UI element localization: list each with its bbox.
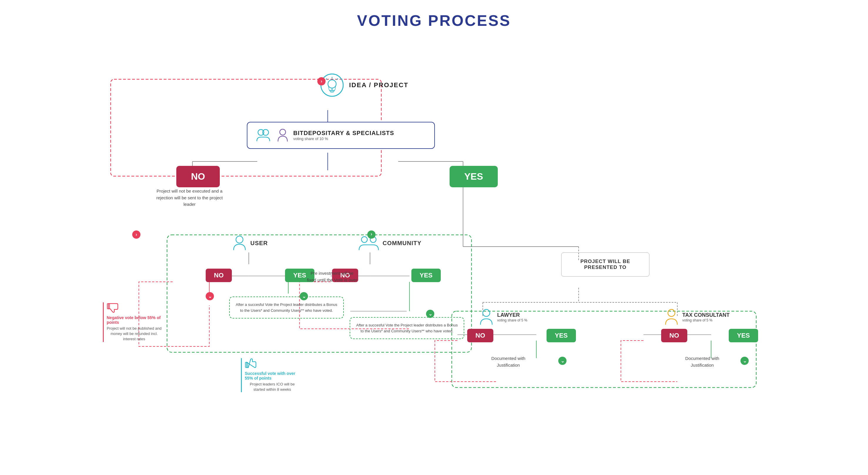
right-arrow-pink: › [317,77,326,86]
no-button-large[interactable]: NO [176,166,220,187]
documented-text-2: Documented with Justification [676,355,729,368]
svg-point-32 [328,80,336,88]
down-arrow-green-1: ⌄ [300,292,308,300]
lawyer-subtitle: voting share of 5 % [497,318,527,323]
bitdepositary-subtitle: voting share of 10 % [293,137,394,141]
svg-line-37 [326,78,328,80]
bitdepositary-icon [254,127,272,144]
svg-point-41 [280,129,286,135]
down-arrow-pink-2: ⌄ [206,292,214,300]
svg-point-49 [668,309,675,316]
lawyer-no-button[interactable]: NO [467,329,493,342]
yes-button-large[interactable]: YES [450,166,498,187]
page-container: VOTING PROCESS [0,0,868,475]
lawyer-node: LAWYER voting share of 5 % [479,308,527,326]
neg-vote-block: Negative vote below 55% of points Projec… [103,302,162,342]
user-icon [232,235,247,251]
connector-lines [18,47,850,470]
down-arrow-green-3: ⌄ [558,357,566,365]
svg-point-43 [362,237,367,242]
pre-investment-text: Pre investment will be fixed until the V… [306,270,359,283]
down-arrow-green-2: ⌄ [426,310,434,318]
lawyer-yes-button[interactable]: YES [547,329,576,342]
user-no-button[interactable]: NO [206,269,232,282]
tax-yes-button[interactable]: YES [729,329,758,342]
community-label: COMMUNITY [382,240,422,247]
lawyer-label: LAWYER [497,312,527,318]
tax-consultant-subtitle: voting share of 5 % [682,318,730,323]
user-label: USER [250,240,268,247]
community-node: COMMUNITY [359,235,422,251]
back-arrow-green: ‹ [367,231,375,239]
pos-vote-title: Successful vote with over 55% of points [245,371,300,380]
user-node: USER [232,235,268,251]
lawyer-icon [479,308,494,326]
tax-consultant-icon [664,308,679,326]
pos-vote-block: Successful vote with over 55% of points … [241,358,300,392]
thumbsup-icon [245,358,256,369]
documented-text-1: Documented with Justification [482,355,535,368]
community-yes-button[interactable]: YES [411,269,441,282]
idea-icon [320,73,344,97]
diagram-area: IDEA / PROJECT BITDEPOSITARY & SPECIALIS… [18,47,850,470]
bonus-box-1: After a succesful Vote the Project leade… [229,297,344,318]
down-arrow-green-4: ⌄ [741,357,749,365]
project-presented-box: PROJECT WILL BE PRESENTED TO [561,252,649,276]
idea-project-node: IDEA / PROJECT [320,73,408,97]
no-rejection-text: Project will not be executed and a rejec… [156,188,223,208]
tax-no-button[interactable]: NO [661,329,687,342]
svg-line-38 [336,78,338,80]
thumbsdown-icon [107,302,118,313]
tax-consultant-label: TAX CONSULTANT [682,312,730,318]
bitdepositary-box: BITDEPOSITARY & SPECIALISTS voting share… [247,122,435,149]
svg-point-42 [236,236,243,243]
bitdepositary-title: BITDEPOSITARY & SPECIALISTS [293,130,394,137]
tax-consultant-node: TAX CONSULTANT voting share of 5 % [664,308,730,326]
neg-vote-desc: Project will not be published and money … [107,326,162,342]
svg-point-48 [483,309,490,316]
down-arrow-pink-1: › [132,231,141,239]
bonus-box-2: After a succesful Vote the Project leade… [350,317,464,339]
specialist-icon [277,128,288,143]
neg-vote-title: Negative vote below 55% of points [107,315,162,325]
idea-label: IDEA / PROJECT [349,81,408,89]
pos-vote-desc: Project leaders ICO will be started with… [245,382,300,392]
page-title: VOTING PROCESS [18,12,850,29]
